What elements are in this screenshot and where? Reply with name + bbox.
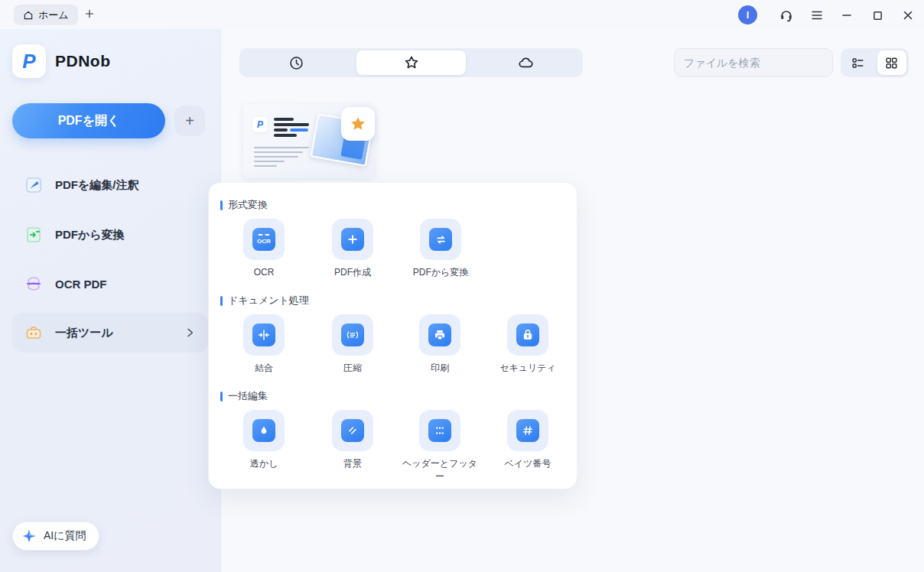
feature-compress[interactable]: 圧縮 <box>311 314 395 375</box>
convert-from-pdf-icon <box>24 226 43 244</box>
batch-tools-icon <box>24 323 43 342</box>
watermark-icon <box>252 419 275 442</box>
list-view-icon <box>851 56 865 70</box>
minimize-button[interactable] <box>837 5 857 25</box>
ask-ai-button[interactable]: AIに質問 <box>12 522 99 551</box>
ask-ai-label: AIに質問 <box>44 529 86 543</box>
batch-tools-popup: 形式変換 OCR OCR PDF作成 PDFから変換 ドキュメント処理 結合 圧 <box>208 182 578 489</box>
search-input[interactable] <box>684 57 823 69</box>
section-accent-bar <box>220 200 223 210</box>
tab-home[interactable]: ホーム <box>14 5 78 25</box>
support-button[interactable] <box>776 5 796 25</box>
sidebar-item-label: OCR PDF <box>55 278 107 291</box>
sidebar-item-label: 一括ツール <box>55 326 113 340</box>
feature-header-footer[interactable]: ヘッダーとフッター <box>398 410 482 484</box>
pdnob-logo-icon: P <box>12 44 46 78</box>
open-pdf-button[interactable]: PDFを開く <box>12 103 165 138</box>
grid-view-icon <box>884 56 899 70</box>
feature-ocr[interactable]: OCR OCR <box>222 219 306 279</box>
maximize-button[interactable] <box>867 5 887 25</box>
compress-icon <box>341 323 364 346</box>
new-tab-button[interactable] <box>80 4 99 24</box>
segment-favorites[interactable] <box>356 50 467 75</box>
star-icon <box>349 115 367 133</box>
titlebar: ホーム l <box>0 0 924 29</box>
section-title-batch-edit: 一括編集 <box>220 389 268 403</box>
maximize-icon <box>873 11 883 21</box>
section-title-format-conversion: 形式変換 <box>220 198 268 212</box>
feature-create-pdf[interactable]: PDF作成 <box>311 219 395 279</box>
plus-icon: + <box>185 112 194 130</box>
cloud-icon <box>517 54 535 72</box>
sidebar-item-convert-from-pdf[interactable]: PDFから変換 <box>12 215 208 255</box>
edit-annotate-icon <box>24 176 43 194</box>
sidebar: P PDNob PDFを開く + PDFを編集/注釈 PDFから変換 OCR P… <box>0 29 220 572</box>
chevron-right-icon <box>184 327 196 339</box>
clock-icon <box>288 55 304 71</box>
add-file-button[interactable]: + <box>174 106 205 136</box>
view-mode-toggle <box>841 48 909 77</box>
file-thumbnail[interactable]: P <box>243 104 375 178</box>
sidebar-item-label: PDFから変換 <box>55 228 125 242</box>
merge-icon <box>252 323 275 346</box>
ocr-icon: OCR <box>252 228 275 251</box>
app-name: PDNob <box>55 52 111 70</box>
feature-merge[interactable]: 結合 <box>222 314 306 375</box>
feature-convert-from-pdf[interactable]: PDFから変換 <box>399 219 483 279</box>
user-avatar[interactable]: l <box>738 5 757 24</box>
file-search <box>674 48 833 77</box>
minimize-icon <box>841 10 852 21</box>
headset-icon <box>779 8 794 23</box>
close-icon <box>903 10 913 21</box>
ocr-pdf-icon <box>24 275 43 293</box>
section-title-document-processing: ドキュメント処理 <box>220 294 309 307</box>
hamburger-icon <box>810 8 824 22</box>
file-filter-segmented-control <box>239 48 583 77</box>
feature-background[interactable]: 背景 <box>311 410 395 470</box>
segment-cloud[interactable] <box>470 50 581 75</box>
close-button[interactable] <box>898 5 918 25</box>
print-icon <box>428 323 451 346</box>
plus-icon <box>84 8 95 19</box>
avatar-initial: l <box>747 9 750 21</box>
sidebar-item-ocr-pdf[interactable]: OCR PDF <box>12 264 208 304</box>
feature-bates-number[interactable]: ベイツ番号 <box>486 410 570 470</box>
section-accent-bar <box>220 392 223 401</box>
ai-sparkle-icon <box>21 528 37 544</box>
menu-button[interactable] <box>807 5 827 25</box>
app-logo: P PDNob <box>12 44 111 78</box>
sidebar-item-label: PDFを編集/注釈 <box>55 178 139 193</box>
sidebar-item-batch-tools[interactable]: 一括ツール <box>12 313 208 353</box>
favorite-badge[interactable] <box>341 107 375 141</box>
grid-view-button[interactable] <box>877 50 907 75</box>
star-icon <box>403 54 420 71</box>
convert-from-pdf-icon <box>429 228 452 251</box>
tab-home-label: ホーム <box>38 8 69 22</box>
feature-watermark[interactable]: 透かし <box>222 410 306 470</box>
feature-print[interactable]: 印刷 <box>398 314 482 375</box>
feature-security[interactable]: セキュリティ <box>486 314 570 375</box>
list-view-button[interactable] <box>843 50 873 75</box>
background-icon <box>341 419 364 442</box>
create-pdf-icon <box>341 228 364 251</box>
home-icon <box>23 10 34 21</box>
segment-recent[interactable] <box>242 50 352 75</box>
sidebar-item-edit-annotate[interactable]: PDFを編集/注釈 <box>12 165 208 205</box>
security-icon <box>516 323 539 346</box>
section-accent-bar <box>220 296 223 306</box>
header-footer-icon <box>428 419 451 442</box>
bates-number-icon <box>516 419 539 442</box>
